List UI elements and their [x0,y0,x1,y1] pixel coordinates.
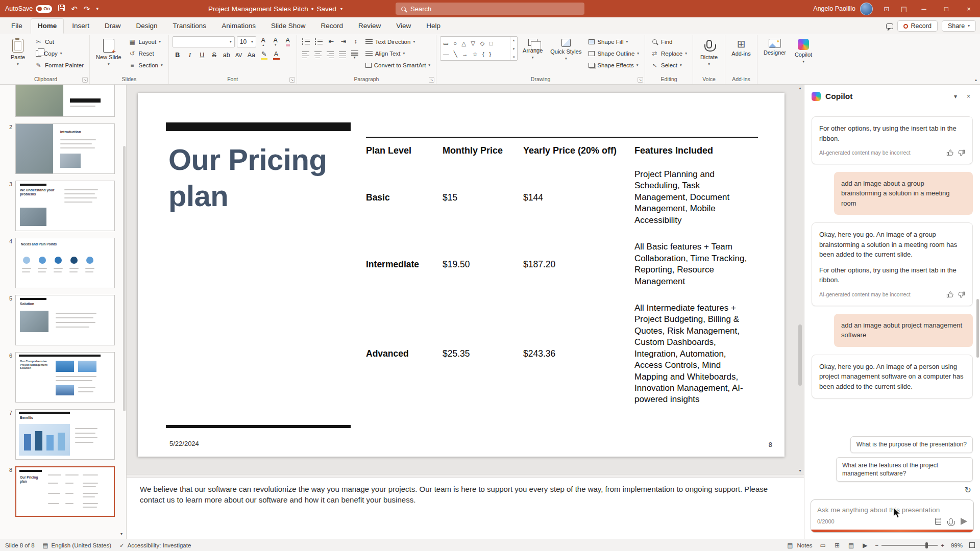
decrease-indent-button[interactable]: ⇤ [326,36,336,47]
designer-button[interactable]: Designer [761,36,789,57]
increase-indent-button[interactable]: ⇥ [338,36,349,47]
search-box[interactable]: Search [396,3,584,15]
tab-file[interactable]: File [4,18,30,34]
canvas-scrollbar[interactable]: ▴ ▾ [797,86,803,473]
tab-design[interactable]: Design [129,18,165,34]
tab-animations[interactable]: Animations [214,18,263,34]
close-button[interactable]: × [958,0,980,17]
mic-icon[interactable] [949,518,953,524]
paragraph-dialog-launcher-icon[interactable]: ↘ [429,77,434,83]
accessibility-button[interactable]: ✓Accessibility: Investigate [119,542,191,549]
paste-button[interactable]: Paste ▾ [6,36,30,67]
align-text-button[interactable]: Align Text▾ [363,48,432,59]
normal-view-button[interactable]: ▭ [819,542,827,549]
slide-sorter-view-button[interactable]: ⊞ [834,542,841,549]
tab-help[interactable]: Help [419,18,448,34]
addins-button[interactable]: ⊞ Add-ins [729,36,753,58]
justify-button[interactable] [337,49,348,60]
thumbnail-scrollbar[interactable] [123,146,126,411]
tab-home[interactable]: Home [31,18,64,34]
slide[interactable]: Our Pricing plan Plan Level Monthly Pric… [138,93,785,457]
autosave-toggle[interactable]: AutoSave On [5,5,52,13]
dictate-button[interactable]: Dictate ▾ [697,36,721,67]
suggestion-chip[interactable]: What are the features of the project man… [836,457,973,482]
text-highlight-button[interactable]: ✎ [259,50,269,61]
refresh-suggestions-icon[interactable]: ↻ [965,485,971,495]
bullets-button[interactable] [301,36,311,47]
zoom-slider-thumb[interactable] [925,542,928,548]
copilot-ribbon-button[interactable]: Copilot ▾ [791,36,816,64]
thumbs-up-icon[interactable] [946,291,954,298]
underline-button[interactable]: U [197,50,207,61]
share-button[interactable]: Share▾ [942,20,976,32]
comments-icon[interactable] [886,23,893,29]
presenter-coach-icon[interactable]: ⊡ [878,5,895,13]
slide-thumbnail-4[interactable]: 4 Needs and Pain Points [4,238,115,288]
slide-thumbnail-6[interactable]: 6 Our Comprehensive Project Management S… [4,352,115,403]
font-size-combobox[interactable]: 10▾ [237,36,256,47]
drawing-dialog-launcher-icon[interactable]: ↘ [638,77,643,83]
slide-thumbnail-1[interactable] [4,85,115,117]
zoom-level[interactable]: 99% [951,542,963,548]
strikethrough-button[interactable]: S [209,50,219,61]
zoom-out-icon[interactable]: − [875,542,879,548]
shape-fill-button[interactable]: Shape Fill▾ [586,36,641,47]
thumbnail-scroll-down-icon[interactable]: ▾ [117,529,126,539]
select-button[interactable]: ↖Select▾ [649,60,689,70]
minimize-button[interactable]: ─ [913,0,935,17]
align-center-button[interactable] [313,49,323,60]
clear-formatting-button[interactable]: A [283,37,293,47]
text-direction-button[interactable]: Text Direction▾ [363,36,432,47]
grow-font-button[interactable]: A [258,37,268,47]
suggestion-chip[interactable]: What is the purpose of the presentation? [850,436,973,453]
prompt-library-icon[interactable] [935,518,941,525]
slide-thumbnail-2[interactable]: 2 Introduction [4,123,115,174]
numbering-button[interactable] [313,36,324,47]
slide-thumbnail-7[interactable]: 7 Benefits [4,409,115,460]
tab-draw[interactable]: Draw [97,18,128,34]
slide-thumbnail-3[interactable]: 3 We understand your problems [4,181,115,231]
slideshow-button[interactable]: ▶ [862,542,868,549]
collapse-ribbon-icon[interactable]: ▴ [975,78,977,82]
pricing-table[interactable]: Plan Level Monthly Price Yearly Price (2… [366,137,758,413]
document-title[interactable]: Project Management Sales Pitch • Saved ▾ [208,0,342,17]
thumbs-down-icon[interactable] [958,149,965,157]
font-dialog-launcher-icon[interactable]: ↘ [289,77,295,83]
tab-record[interactable]: Record [313,18,350,34]
account-area[interactable]: Angelo Paolillo [808,3,878,15]
notes-splitter[interactable] [127,474,804,478]
zoom-slider[interactable] [881,545,938,546]
convert-to-smartart-button[interactable]: Convert to SmartArt▾ [363,60,432,70]
shape-outline-button[interactable]: Shape Outline▾ [586,48,641,59]
font-color-button[interactable]: A [271,50,281,61]
slide-thumbnail-8[interactable]: 8 Our Pricing plan [4,466,115,517]
fit-to-window-icon[interactable] [969,542,975,548]
copy-button[interactable]: Copy▾ [33,48,86,59]
character-spacing-button[interactable]: AV [234,50,244,61]
shape-effects-button[interactable]: Shape Effects▾ [586,60,641,70]
tab-slide-show[interactable]: Slide Show [264,18,313,34]
undo-button[interactable]: ↶ [71,5,78,13]
tab-insert[interactable]: Insert [65,18,96,34]
copilot-input[interactable] [811,500,973,517]
notes-pane[interactable]: We believe that our software can revolut… [127,478,804,539]
customize-qat-caret-icon[interactable]: ▾ [96,7,99,11]
italic-button[interactable]: I [185,50,195,61]
copilot-close-icon[interactable]: × [964,93,973,100]
text-shadow-button[interactable]: ab [222,50,232,61]
find-button[interactable]: Find [649,36,689,47]
clipboard-dialog-launcher-icon[interactable]: ↘ [82,77,88,83]
replace-button[interactable]: ⇄Replace▾ [649,48,689,59]
thumbs-down-icon[interactable] [958,291,965,298]
tab-review[interactable]: Review [351,18,388,34]
bold-button[interactable]: B [173,50,183,61]
redo-button[interactable]: ↷ [84,5,90,13]
copilot-options-chevron-icon[interactable]: ▾ [951,93,960,100]
section-button[interactable]: ≡Section▾ [127,60,165,70]
reset-button[interactable]: ↺Reset [127,48,165,59]
save-button[interactable] [58,5,65,13]
copilot-chat[interactable]: For other options, try using the insert … [804,108,980,430]
shapes-gallery[interactable]: ▭ ○ △ ▽ ◇ □ — ╲ → ☆ { } ▴ ▾ ≡ [440,36,518,61]
language-button[interactable]: ▤English (United States) [43,542,112,549]
scrollbar-thumb[interactable] [798,324,802,386]
